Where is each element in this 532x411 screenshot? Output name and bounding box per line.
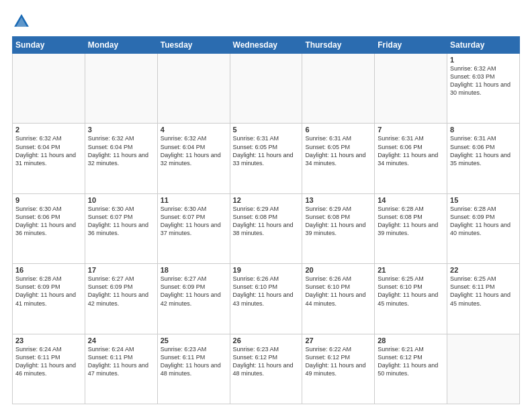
calendar-cell: 27Sunrise: 6:22 AM Sunset: 6:12 PM Dayli… bbox=[302, 334, 375, 404]
cell-info: Sunrise: 6:32 AM Sunset: 6:04 PM Dayligh… bbox=[15, 134, 82, 167]
header-saturday: Saturday bbox=[447, 37, 520, 54]
logo-icon bbox=[12, 12, 31, 31]
day-number: 19 bbox=[233, 266, 300, 274]
day-number: 7 bbox=[378, 126, 444, 134]
calendar-cell: 21Sunrise: 6:25 AM Sunset: 6:10 PM Dayli… bbox=[375, 264, 447, 334]
cell-info: Sunrise: 6:29 AM Sunset: 6:08 PM Dayligh… bbox=[305, 205, 371, 238]
day-number: 24 bbox=[88, 336, 154, 345]
calendar-cell: 15Sunrise: 6:28 AM Sunset: 6:09 PM Dayli… bbox=[447, 193, 520, 263]
day-number: 15 bbox=[450, 196, 517, 204]
calendar-cell bbox=[13, 54, 85, 124]
header-thursday: Thursday bbox=[302, 37, 375, 54]
cell-info: Sunrise: 6:27 AM Sunset: 6:09 PM Dayligh… bbox=[161, 275, 227, 308]
calendar-cell: 24Sunrise: 6:24 AM Sunset: 6:11 PM Dayli… bbox=[85, 334, 157, 404]
day-number: 9 bbox=[15, 196, 82, 204]
calendar-cell: 4Sunrise: 6:32 AM Sunset: 6:04 PM Daylig… bbox=[157, 124, 230, 193]
day-number: 27 bbox=[305, 336, 371, 345]
calendar-cell bbox=[157, 54, 230, 124]
day-number: 16 bbox=[15, 266, 82, 274]
calendar-cell: 13Sunrise: 6:29 AM Sunset: 6:08 PM Dayli… bbox=[302, 193, 375, 263]
cell-info: Sunrise: 6:30 AM Sunset: 6:07 PM Dayligh… bbox=[161, 205, 227, 238]
cell-info: Sunrise: 6:31 AM Sunset: 6:05 PM Dayligh… bbox=[233, 134, 300, 167]
calendar-cell: 11Sunrise: 6:30 AM Sunset: 6:07 PM Dayli… bbox=[157, 193, 230, 263]
calendar-cell: 17Sunrise: 6:27 AM Sunset: 6:09 PM Dayli… bbox=[85, 264, 157, 334]
calendar-week-row: 23Sunrise: 6:24 AM Sunset: 6:11 PM Dayli… bbox=[13, 334, 520, 404]
cell-info: Sunrise: 6:23 AM Sunset: 6:12 PM Dayligh… bbox=[233, 345, 300, 378]
cell-info: Sunrise: 6:28 AM Sunset: 6:08 PM Dayligh… bbox=[378, 205, 444, 238]
calendar-cell bbox=[230, 54, 302, 124]
cell-info: Sunrise: 6:23 AM Sunset: 6:11 PM Dayligh… bbox=[161, 345, 227, 378]
header-monday: Monday bbox=[85, 37, 157, 54]
cell-info: Sunrise: 6:25 AM Sunset: 6:10 PM Dayligh… bbox=[378, 275, 444, 308]
cell-info: Sunrise: 6:28 AM Sunset: 6:09 PM Dayligh… bbox=[15, 275, 82, 308]
cell-info: Sunrise: 6:31 AM Sunset: 6:06 PM Dayligh… bbox=[450, 134, 517, 167]
calendar-week-row: 16Sunrise: 6:28 AM Sunset: 6:09 PM Dayli… bbox=[13, 264, 520, 334]
calendar-cell: 20Sunrise: 6:26 AM Sunset: 6:10 PM Dayli… bbox=[302, 264, 375, 334]
header bbox=[12, 12, 520, 31]
day-number: 25 bbox=[161, 336, 227, 345]
cell-info: Sunrise: 6:24 AM Sunset: 6:11 PM Dayligh… bbox=[88, 345, 154, 378]
cell-info: Sunrise: 6:31 AM Sunset: 6:06 PM Dayligh… bbox=[378, 134, 444, 167]
cell-info: Sunrise: 6:26 AM Sunset: 6:10 PM Dayligh… bbox=[305, 275, 371, 308]
day-number: 13 bbox=[305, 196, 371, 204]
cell-info: Sunrise: 6:32 AM Sunset: 6:04 PM Dayligh… bbox=[161, 134, 227, 167]
day-number: 8 bbox=[450, 126, 517, 134]
day-number: 22 bbox=[450, 266, 517, 274]
calendar-cell: 25Sunrise: 6:23 AM Sunset: 6:11 PM Dayli… bbox=[157, 334, 230, 404]
calendar-cell: 12Sunrise: 6:29 AM Sunset: 6:08 PM Dayli… bbox=[230, 193, 302, 263]
day-number: 4 bbox=[161, 126, 227, 134]
header-wednesday: Wednesday bbox=[230, 37, 302, 54]
calendar-cell: 8Sunrise: 6:31 AM Sunset: 6:06 PM Daylig… bbox=[447, 124, 520, 193]
calendar-cell: 28Sunrise: 6:21 AM Sunset: 6:12 PM Dayli… bbox=[375, 334, 447, 404]
calendar-header-row: Sunday Monday Tuesday Wednesday Thursday… bbox=[13, 37, 520, 54]
day-number: 10 bbox=[88, 196, 154, 204]
day-number: 6 bbox=[305, 126, 371, 134]
calendar-cell: 23Sunrise: 6:24 AM Sunset: 6:11 PM Dayli… bbox=[13, 334, 85, 404]
calendar-cell bbox=[85, 54, 157, 124]
day-number: 21 bbox=[378, 266, 444, 274]
calendar-table: Sunday Monday Tuesday Wednesday Thursday… bbox=[12, 36, 520, 404]
day-number: 18 bbox=[161, 266, 227, 274]
cell-info: Sunrise: 6:29 AM Sunset: 6:08 PM Dayligh… bbox=[233, 205, 300, 238]
page: Sunday Monday Tuesday Wednesday Thursday… bbox=[0, 0, 532, 411]
cell-info: Sunrise: 6:27 AM Sunset: 6:09 PM Dayligh… bbox=[88, 275, 154, 308]
calendar-cell bbox=[375, 54, 447, 124]
day-number: 23 bbox=[15, 336, 82, 345]
cell-info: Sunrise: 6:30 AM Sunset: 6:06 PM Dayligh… bbox=[15, 205, 82, 238]
calendar-week-row: 9Sunrise: 6:30 AM Sunset: 6:06 PM Daylig… bbox=[13, 193, 520, 263]
calendar-cell: 3Sunrise: 6:32 AM Sunset: 6:04 PM Daylig… bbox=[85, 124, 157, 193]
cell-info: Sunrise: 6:32 AM Sunset: 6:04 PM Dayligh… bbox=[88, 134, 154, 167]
calendar-cell: 22Sunrise: 6:25 AM Sunset: 6:11 PM Dayli… bbox=[447, 264, 520, 334]
header-sunday: Sunday bbox=[13, 37, 85, 54]
calendar-cell: 16Sunrise: 6:28 AM Sunset: 6:09 PM Dayli… bbox=[13, 264, 85, 334]
calendar-cell bbox=[302, 54, 375, 124]
cell-info: Sunrise: 6:28 AM Sunset: 6:09 PM Dayligh… bbox=[450, 205, 517, 238]
day-number: 14 bbox=[378, 196, 444, 204]
day-number: 12 bbox=[233, 196, 300, 204]
day-number: 28 bbox=[378, 336, 444, 345]
day-number: 1 bbox=[450, 56, 517, 64]
calendar-cell: 18Sunrise: 6:27 AM Sunset: 6:09 PM Dayli… bbox=[157, 264, 230, 334]
day-number: 26 bbox=[233, 336, 300, 345]
day-number: 20 bbox=[305, 266, 371, 274]
calendar-cell: 7Sunrise: 6:31 AM Sunset: 6:06 PM Daylig… bbox=[375, 124, 447, 193]
day-number: 17 bbox=[88, 266, 154, 274]
calendar-cell: 1Sunrise: 6:32 AM Sunset: 6:03 PM Daylig… bbox=[447, 54, 520, 124]
calendar-cell: 5Sunrise: 6:31 AM Sunset: 6:05 PM Daylig… bbox=[230, 124, 302, 193]
cell-info: Sunrise: 6:30 AM Sunset: 6:07 PM Dayligh… bbox=[88, 205, 154, 238]
cell-info: Sunrise: 6:24 AM Sunset: 6:11 PM Dayligh… bbox=[15, 345, 82, 378]
calendar-cell: 19Sunrise: 6:26 AM Sunset: 6:10 PM Dayli… bbox=[230, 264, 302, 334]
day-number: 5 bbox=[233, 126, 300, 134]
calendar-cell: 14Sunrise: 6:28 AM Sunset: 6:08 PM Dayli… bbox=[375, 193, 447, 263]
calendar-cell: 2Sunrise: 6:32 AM Sunset: 6:04 PM Daylig… bbox=[13, 124, 85, 193]
day-number: 3 bbox=[88, 126, 154, 134]
cell-info: Sunrise: 6:32 AM Sunset: 6:03 PM Dayligh… bbox=[450, 64, 517, 97]
calendar-cell bbox=[447, 334, 520, 404]
logo bbox=[12, 12, 34, 31]
calendar-cell: 9Sunrise: 6:30 AM Sunset: 6:06 PM Daylig… bbox=[13, 193, 85, 263]
day-number: 11 bbox=[161, 196, 227, 204]
calendar-week-row: 1Sunrise: 6:32 AM Sunset: 6:03 PM Daylig… bbox=[13, 54, 520, 124]
calendar-cell: 10Sunrise: 6:30 AM Sunset: 6:07 PM Dayli… bbox=[85, 193, 157, 263]
calendar-week-row: 2Sunrise: 6:32 AM Sunset: 6:04 PM Daylig… bbox=[13, 124, 520, 193]
cell-info: Sunrise: 6:31 AM Sunset: 6:05 PM Dayligh… bbox=[305, 134, 371, 167]
